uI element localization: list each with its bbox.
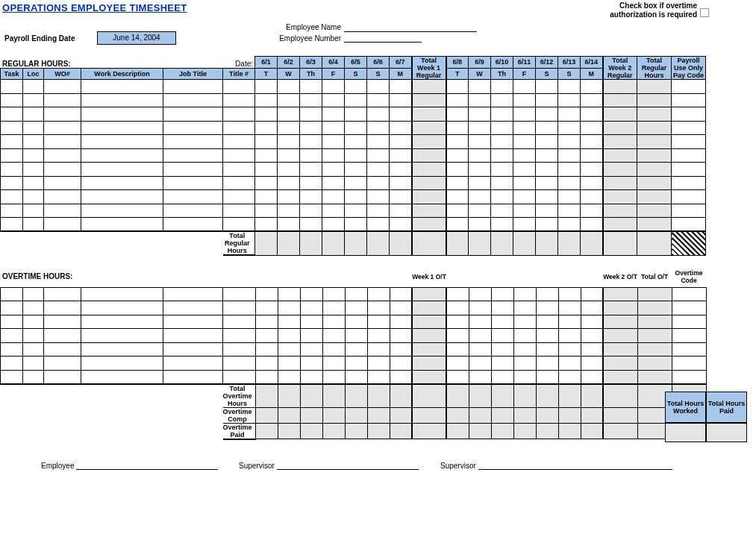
cell[interactable] <box>23 204 44 218</box>
cell[interactable] <box>469 342 491 356</box>
cell[interactable] <box>44 190 81 204</box>
cell[interactable] <box>255 218 278 232</box>
cell[interactable] <box>300 107 322 122</box>
cell[interactable] <box>390 315 412 329</box>
cell[interactable] <box>412 356 446 371</box>
cell[interactable] <box>536 342 558 356</box>
cell[interactable] <box>536 93 558 107</box>
cell[interactable] <box>278 287 300 301</box>
cell[interactable] <box>345 148 367 163</box>
cell[interactable] <box>81 301 163 315</box>
cell[interactable] <box>491 80 513 94</box>
cell[interactable] <box>637 329 672 343</box>
cell[interactable] <box>278 163 300 177</box>
cell[interactable] <box>278 107 300 122</box>
cell[interactable] <box>23 370 44 384</box>
cell[interactable] <box>581 80 603 94</box>
cell[interactable] <box>513 121 536 135</box>
cell[interactable] <box>345 121 367 135</box>
cell[interactable] <box>345 287 367 301</box>
cell[interactable] <box>446 80 469 94</box>
cell[interactable] <box>491 190 513 204</box>
cell[interactable] <box>1 370 23 384</box>
cell[interactable] <box>255 93 278 107</box>
cell[interactable] <box>581 287 603 301</box>
cell[interactable] <box>163 301 223 315</box>
cell[interactable] <box>1 107 23 122</box>
cell[interactable] <box>255 342 278 356</box>
cell[interactable] <box>163 163 223 177</box>
cell[interactable] <box>558 301 581 315</box>
cell[interactable] <box>491 329 513 343</box>
cell[interactable] <box>367 163 390 177</box>
cell[interactable] <box>390 176 412 190</box>
cell[interactable] <box>412 301 446 315</box>
cell[interactable] <box>390 329 412 343</box>
cell[interactable] <box>513 107 536 122</box>
cell[interactable] <box>513 370 536 384</box>
cell[interactable] <box>23 121 44 135</box>
cell[interactable] <box>603 370 637 384</box>
cell[interactable] <box>163 176 223 190</box>
cell[interactable] <box>513 218 536 232</box>
cell[interactable] <box>255 204 278 218</box>
cell[interactable] <box>223 342 256 356</box>
cell[interactable] <box>672 190 706 204</box>
cell[interactable] <box>300 329 322 343</box>
cell[interactable] <box>278 190 300 204</box>
cell[interactable] <box>255 315 278 329</box>
cell[interactable] <box>558 287 581 301</box>
cell[interactable] <box>513 163 536 177</box>
cell[interactable] <box>446 107 469 122</box>
cell[interactable] <box>469 315 491 329</box>
cell[interactable] <box>672 315 706 329</box>
cell[interactable] <box>300 356 322 371</box>
cell[interactable] <box>1 121 23 135</box>
cell[interactable] <box>390 121 412 135</box>
cell[interactable] <box>163 370 223 384</box>
cell[interactable] <box>637 287 672 301</box>
cell[interactable] <box>491 163 513 177</box>
cell[interactable] <box>163 93 223 107</box>
cell[interactable] <box>581 163 603 177</box>
cell[interactable] <box>446 121 469 135</box>
cell[interactable] <box>23 135 44 149</box>
cell[interactable] <box>44 329 81 343</box>
cell[interactable] <box>536 315 558 329</box>
cell[interactable] <box>278 93 300 107</box>
cell[interactable] <box>322 190 345 204</box>
cell[interactable] <box>603 329 637 343</box>
cell[interactable] <box>581 342 603 356</box>
cell[interactable] <box>44 342 81 356</box>
cell[interactable] <box>446 356 469 371</box>
cell[interactable] <box>412 163 446 177</box>
cell[interactable] <box>367 370 390 384</box>
cell[interactable] <box>672 148 706 163</box>
cell[interactable] <box>603 135 637 149</box>
cell[interactable] <box>446 190 469 204</box>
cell[interactable] <box>603 121 637 135</box>
cell[interactable] <box>44 135 81 149</box>
cell[interactable] <box>558 204 581 218</box>
cell[interactable] <box>322 356 345 371</box>
cell[interactable] <box>637 342 672 356</box>
cell[interactable] <box>412 80 446 94</box>
cell[interactable] <box>513 190 536 204</box>
cell[interactable] <box>603 287 637 301</box>
cell[interactable] <box>322 342 345 356</box>
cell[interactable] <box>581 218 603 232</box>
cell[interactable] <box>163 287 223 301</box>
cell[interactable] <box>81 342 163 356</box>
cell[interactable] <box>536 329 558 343</box>
employee-number-field[interactable] <box>344 42 422 43</box>
cell[interactable] <box>558 218 581 232</box>
cell[interactable] <box>81 107 163 122</box>
cell[interactable] <box>223 356 256 371</box>
cell[interactable] <box>581 176 603 190</box>
cell[interactable] <box>1 176 23 190</box>
cell[interactable] <box>412 329 446 343</box>
cell[interactable] <box>1 301 23 315</box>
cell[interactable] <box>491 356 513 371</box>
cell[interactable] <box>672 301 706 315</box>
cell[interactable] <box>469 80 491 94</box>
